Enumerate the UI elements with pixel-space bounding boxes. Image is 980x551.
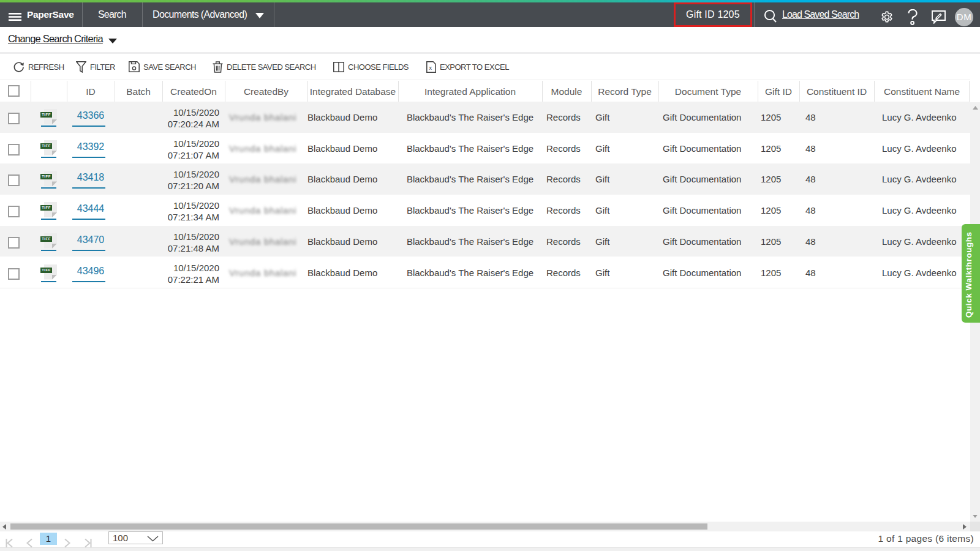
svg-text:x: x (429, 64, 432, 70)
